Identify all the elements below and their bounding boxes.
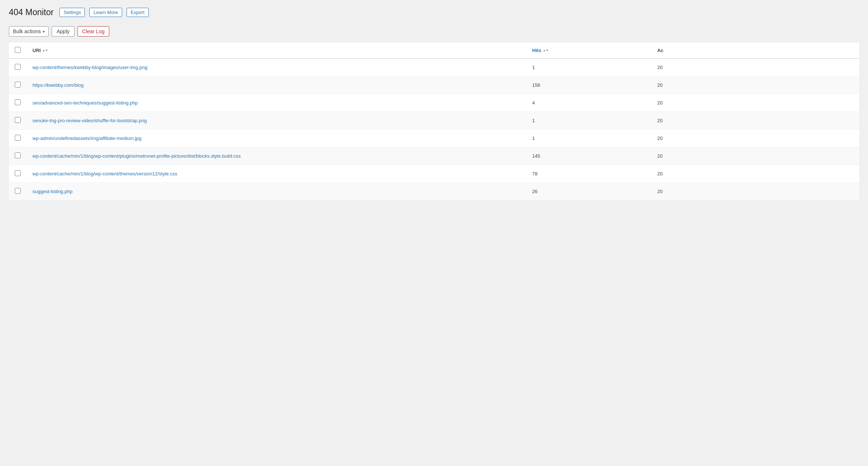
- uri-cell: seo/advanced-seo-techniques/suggest-list…: [27, 94, 526, 112]
- row-checkbox[interactable]: [15, 153, 21, 158]
- row-checkbox-cell[interactable]: [9, 76, 27, 94]
- clear-log-button[interactable]: Clear Log: [78, 26, 110, 37]
- uri-column-label: URI: [32, 48, 41, 53]
- uri-table: URI ▲▼ Hits ▲▼ Ac wp-content/themes/kweb…: [9, 42, 859, 201]
- apply-button[interactable]: Apply: [52, 26, 74, 37]
- select-all-checkbox[interactable]: [15, 47, 21, 53]
- settings-button[interactable]: Settings: [59, 8, 85, 17]
- table-row: senuke-tng-pro-review-video/shuffle-for-…: [9, 112, 859, 130]
- row-checkbox-cell[interactable]: [9, 59, 27, 76]
- uri-cell: senuke-tng-pro-review-video/shuffle-for-…: [27, 112, 526, 130]
- row-checkbox[interactable]: [15, 135, 21, 141]
- table-row: suggest-listing.php 26 20: [9, 183, 859, 201]
- hits-sort-icon: ▲▼: [543, 49, 549, 52]
- uri-cell: wp-content/cache/min/1/blog/wp-content/t…: [27, 165, 526, 183]
- hits-column-label: Hits: [532, 48, 541, 53]
- actions-cell: 20: [651, 165, 859, 183]
- bulk-actions-label: Bulk actions: [13, 28, 41, 34]
- row-checkbox-cell[interactable]: [9, 130, 27, 147]
- hits-cell: 78: [526, 165, 651, 183]
- learn-more-button[interactable]: Learn More: [89, 8, 122, 17]
- table-row: wp-content/themes/kwebby-blog/images/use…: [9, 59, 859, 76]
- row-checkbox[interactable]: [15, 170, 21, 176]
- page-header: 404 Monitor Settings Learn More Export: [9, 7, 859, 17]
- toolbar: Bulk actions ▾ Apply Clear Log: [9, 26, 859, 37]
- actions-cell: 20: [651, 76, 859, 94]
- uri-link[interactable]: senuke-tng-pro-review-video/shuffle-for-…: [32, 118, 147, 123]
- uri-column-header[interactable]: URI ▲▼: [27, 42, 526, 59]
- select-all-header[interactable]: [9, 42, 27, 59]
- row-checkbox[interactable]: [15, 188, 21, 194]
- actions-column-header: Ac: [651, 42, 859, 59]
- actions-cell: 20: [651, 130, 859, 147]
- row-checkbox[interactable]: [15, 82, 21, 88]
- uri-link[interactable]: https://kwebby.com/blog: [32, 82, 84, 88]
- uri-link[interactable]: suggest-listing.php: [32, 189, 72, 194]
- uri-link[interactable]: seo/advanced-seo-techniques/suggest-list…: [32, 100, 138, 106]
- uri-cell: suggest-listing.php: [27, 183, 526, 201]
- uri-cell: https://kwebby.com/blog: [27, 76, 526, 94]
- table-row: seo/advanced-seo-techniques/suggest-list…: [9, 94, 859, 112]
- uri-cell: wp-content/cache/min/1/blog/wp-content/p…: [27, 147, 526, 165]
- uri-link[interactable]: wp-content/cache/min/1/blog/wp-content/t…: [32, 171, 177, 177]
- export-button[interactable]: Export: [127, 8, 149, 17]
- row-checkbox-cell[interactable]: [9, 112, 27, 130]
- row-checkbox-cell[interactable]: [9, 165, 27, 183]
- actions-cell: 20: [651, 183, 859, 201]
- row-checkbox-cell[interactable]: [9, 94, 27, 112]
- hits-cell: 4: [526, 94, 651, 112]
- table-row: https://kwebby.com/blog 156 20: [9, 76, 859, 94]
- uri-sort-icon: ▲▼: [42, 49, 48, 52]
- uri-cell: wp-content/themes/kwebby-blog/images/use…: [27, 59, 526, 76]
- page-title: 404 Monitor: [9, 7, 54, 17]
- hits-cell: 26: [526, 183, 651, 201]
- row-checkbox[interactable]: [15, 99, 21, 105]
- uri-link[interactable]: wp-content/cache/min/1/blog/wp-content/p…: [32, 153, 241, 159]
- uri-link[interactable]: wp-admin/undefinedassets/img/affiliate-m…: [32, 136, 141, 141]
- table-header-row: URI ▲▼ Hits ▲▼ Ac: [9, 42, 859, 59]
- uri-cell: wp-admin/undefinedassets/img/affiliate-m…: [27, 130, 526, 147]
- hits-column-header[interactable]: Hits ▲▼: [526, 42, 651, 59]
- hits-cell: 1: [526, 59, 651, 76]
- hits-cell: 145: [526, 147, 651, 165]
- hits-cell: 1: [526, 130, 651, 147]
- bulk-actions-dropdown[interactable]: Bulk actions ▾: [9, 26, 49, 37]
- table-row: wp-content/cache/min/1/blog/wp-content/t…: [9, 165, 859, 183]
- actions-cell: 20: [651, 112, 859, 130]
- table-row: wp-content/cache/min/1/blog/wp-content/p…: [9, 147, 859, 165]
- row-checkbox-cell[interactable]: [9, 183, 27, 201]
- table-row: wp-admin/undefinedassets/img/affiliate-m…: [9, 130, 859, 147]
- uri-link[interactable]: wp-content/themes/kwebby-blog/images/use…: [32, 65, 147, 70]
- hits-cell: 1: [526, 112, 651, 130]
- actions-cell: 20: [651, 94, 859, 112]
- row-checkbox[interactable]: [15, 64, 21, 70]
- row-checkbox-cell[interactable]: [9, 147, 27, 165]
- actions-cell: 20: [651, 59, 859, 76]
- actions-column-label: Ac: [657, 48, 664, 53]
- chevron-down-icon: ▾: [43, 30, 45, 34]
- actions-cell: 20: [651, 147, 859, 165]
- hits-cell: 156: [526, 76, 651, 94]
- row-checkbox[interactable]: [15, 117, 21, 123]
